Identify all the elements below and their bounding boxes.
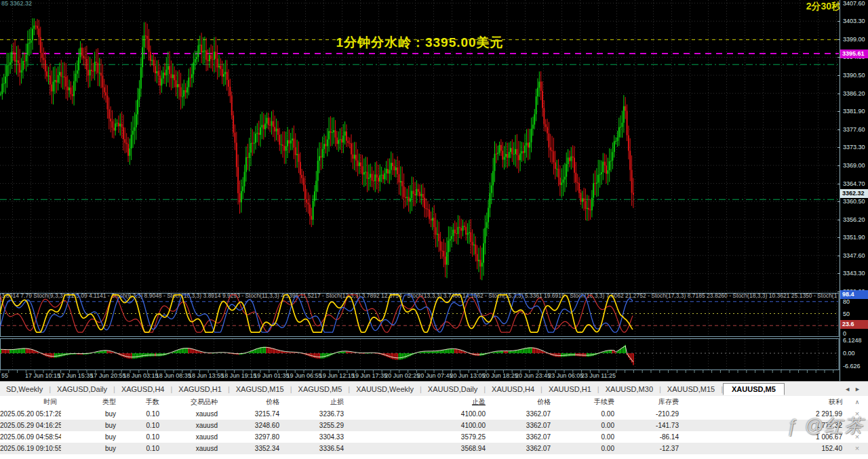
time-axis-label: 19 Jun 06:55 [287, 372, 322, 379]
time-axis-label: 19 Jun 12:15 [319, 372, 355, 379]
table-cell: 2025.05.20 05:17:28 [0, 408, 61, 420]
watermark: ƒ @红茶 [787, 414, 864, 438]
tab-xauusd-h4[interactable]: XAUUSD,H4 [486, 383, 540, 395]
column-header-8[interactable]: 手续费 [555, 396, 618, 408]
stoch-value-badge: 98.4 [840, 290, 868, 299]
tab-xagusd-m15[interactable]: XAGUSD,M15 [230, 383, 290, 395]
tab-xagusd-daily[interactable]: XAGUSD,Daily [51, 383, 113, 395]
time-axis-label: 18 Jun 03:15 [123, 372, 159, 379]
column-header-9[interactable]: 库存费 [618, 396, 683, 408]
table-cell: xauusd [163, 443, 222, 454]
column-header-2[interactable]: 手数 [120, 396, 163, 408]
tab-xagusd-h4[interactable]: XAGUSD,H4 [115, 383, 171, 395]
scroll-up-icon[interactable]: ∧ [846, 396, 868, 408]
table-cell: 3362.07 [490, 431, 555, 443]
table-cell: 152.40 [683, 443, 846, 454]
axis-tick [837, 147, 840, 148]
column-header-3[interactable]: 交易品种 [163, 396, 222, 408]
axis-tick [837, 39, 840, 40]
column-header-6[interactable]: 止盈 [348, 396, 490, 408]
table-cell: 3255.29 [283, 420, 348, 431]
table-cell: 0.10 [120, 431, 163, 443]
table-cell: 2025.06.19 09:10:55 [0, 443, 61, 454]
oscillator-axis-label: 6.1248 [843, 337, 862, 344]
table-cell: 3352.34 [222, 443, 283, 454]
table-cell: 0.00 [555, 408, 618, 420]
table-cell: 3362.07 [490, 408, 555, 420]
tab-xagusd-h1[interactable]: XAGUSD,H1 [172, 383, 228, 395]
price-chart[interactable] [0, 0, 840, 381]
price-axis-label: 3381.90 [843, 108, 865, 115]
table-row: 2025.06.09 04:58:54buy0.10xauusd3297.803… [0, 431, 868, 443]
table-cell: -210.29 [618, 408, 683, 420]
table-cell: buy [61, 408, 120, 420]
stoch-value-badge: 23.6 [840, 320, 868, 329]
price-axis[interactable]: 3407.603403.303399.003394.803390.503386.… [840, 0, 868, 381]
time-axis-label: 20 Jun 23:45 [515, 372, 551, 379]
table-cell: buy [61, 420, 120, 431]
time-axis-label: 17 Jun 20:55 [90, 372, 125, 379]
tab-sd-weekly[interactable]: SD,Weekly [0, 383, 49, 395]
time-axis-label: 23 Jun 06:05 [548, 372, 583, 379]
column-header-4[interactable]: 价格 [222, 396, 283, 408]
tab-xagusd-m5[interactable]: XAGUSD,M5 [292, 383, 349, 395]
time-axis[interactable]: 5517 Jun 10:1517 Jun 15:3517 Jun 20:5518… [0, 370, 840, 381]
axis-tick [837, 201, 840, 202]
table-cell: -12.37 [618, 443, 683, 454]
table-cell: 3568.94 [348, 443, 490, 454]
tab-xauusd-m5[interactable]: XAUUSD,M5 [723, 383, 785, 395]
axis-tick [837, 94, 840, 94]
time-axis-label: 55 [1, 372, 8, 379]
chart-title: 1分钟分水岭：3395.00美元 [0, 34, 840, 52]
table-cell: -86.14 [618, 431, 683, 443]
time-axis-label: 18 Jun 08:35 [156, 372, 191, 379]
table-cell: 0.00 [555, 431, 618, 443]
price-axis-label: 3399.00 [843, 36, 865, 43]
tab-xauusd-m15[interactable]: XAUUSD,M15 [661, 383, 721, 395]
table-cell: 0.10 [120, 408, 163, 420]
time-axis-label: 18 Jun 19:15 [221, 372, 256, 379]
mt4-window: 3.8914 7.79 Stoch(9,3,3) 3.2 3.09 4.1141… [0, 0, 868, 459]
table-cell: 3304.33 [283, 431, 348, 443]
symbol-price-info: 85 3362.32 [1, 0, 32, 7]
column-header-1[interactable]: 类型 [61, 396, 120, 408]
tab-xauusd-daily[interactable]: XAUUSD,Daily [422, 383, 484, 395]
time-axis-label: 18 Jun 13:55 [189, 372, 224, 379]
trade-table: 时间类型手数交易品种价格止损止盈价格手续费库存费获利∧2025.05.20 05… [0, 396, 868, 459]
price-axis-label: 3373.30 [843, 144, 865, 151]
price-axis-label: 3360.50 [843, 198, 865, 205]
axis-tick [837, 111, 840, 112]
table-row: 2025.05.29 04:16:25buy0.10xauusd3248.603… [0, 420, 868, 431]
close-position-button[interactable]: × [846, 443, 868, 454]
axis-tick [837, 220, 840, 220]
table-cell: 2025.05.29 04:16:25 [0, 420, 61, 431]
table-cell: 3579.25 [348, 431, 490, 443]
tab-scroll-right-icon[interactable]: ► [852, 386, 863, 393]
axis-tick [837, 273, 840, 274]
table-cell: xauusd [163, 408, 222, 420]
tab-xauusd-h1[interactable]: XAUUSD,H1 [542, 383, 597, 395]
tab-xauusd-weekly[interactable]: XAUUSD,Weekly [350, 383, 420, 395]
table-cell: 0.10 [120, 420, 163, 431]
tab-scroll-left-icon[interactable]: ◄ [842, 386, 852, 393]
column-header-0[interactable]: 时间 [0, 396, 61, 408]
chart-area: 3.8914 7.79 Stoch(9,3,3) 3.2 3.09 4.1141… [0, 0, 868, 381]
table-row: 2025.06.19 09:10:55buy0.10xauusd3352.343… [0, 443, 868, 454]
table-cell: buy [61, 431, 120, 443]
axis-tick [837, 237, 840, 238]
time-axis-label: 19 Jun 17:35 [352, 372, 387, 379]
chart-tab-bar: SD,Weekly|XAGUSD,Daily|XAGUSD,H4|XAGUSD,… [0, 381, 868, 396]
table-cell: 3248.60 [222, 420, 283, 431]
price-axis-label: 3343.30 [843, 270, 865, 277]
column-header-10[interactable]: 获利 [683, 396, 846, 408]
table-header-row: 时间类型手数交易品种价格止损止盈价格手续费库存费获利∧ [0, 396, 868, 408]
price-axis-label: 3390.50 [843, 72, 865, 79]
bar-countdown: 2分30秒 [806, 1, 841, 13]
column-header-7[interactable]: 价格 [490, 396, 555, 408]
price-axis-label: 3364.70 [843, 180, 865, 187]
column-header-5[interactable]: 止损 [283, 396, 348, 408]
oscillator-axis-label: -6.626 [843, 363, 861, 370]
tab-xauusd-m30[interactable]: XAUUSD,M30 [599, 383, 659, 395]
table-row: 2025.05.20 05:17:28buy0.10xauusd3215.743… [0, 408, 868, 420]
axis-tick [837, 256, 840, 256]
